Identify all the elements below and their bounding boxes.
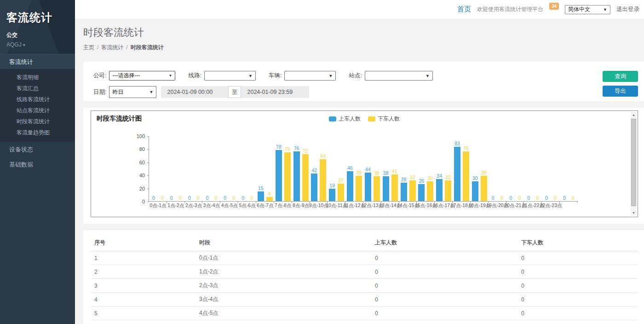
sidebar-subitem-3[interactable]: 站点客流统计 xyxy=(0,105,75,116)
table-row: 32点-3点00 xyxy=(91,279,638,293)
chevron-down-icon: ▼ xyxy=(426,74,430,78)
chart-scrollbar[interactable]: ▲ ▼ xyxy=(631,112,637,216)
bar-value-label: 32 xyxy=(445,174,451,180)
bar-group: 384113点-14点 xyxy=(381,136,399,201)
date-range: 2024-01-09 00:00 至 2024-01-09 23:59 xyxy=(161,86,309,98)
breadcrumb: 主页/客流统计/时段客流统计 xyxy=(83,44,636,52)
legend-item-1[interactable]: 下车人数 xyxy=(368,115,400,123)
bar-group: 443812点-13点 xyxy=(363,136,381,201)
date-start-input[interactable]: 2024-01-09 00:00 xyxy=(161,86,228,98)
bar: 39 xyxy=(356,176,362,201)
breadcrumb-item-0[interactable]: 主页 xyxy=(83,44,94,51)
x-axis-label: 8点-9点 xyxy=(293,202,309,209)
y-axis-tick-label: 20 xyxy=(131,186,145,191)
x-axis-label: 6点-7点 xyxy=(257,202,273,209)
bar-value-label: 0 xyxy=(224,195,226,201)
bar: 76 xyxy=(293,151,300,201)
page-heading: 时段客流统计 主页/客流统计/时段客流统计 xyxy=(75,19,644,57)
bar: 72 xyxy=(302,154,309,201)
legend-swatch-icon xyxy=(329,116,336,122)
bar: 30 xyxy=(472,181,478,201)
date-preset-value: 昨日 xyxy=(112,88,123,96)
bar: 78 xyxy=(276,150,282,201)
sidebar-item-base-data[interactable]: 基础数据 xyxy=(0,157,75,172)
bar-group: 303918点-19点 xyxy=(471,136,489,201)
bar-value-label: 0 xyxy=(179,195,182,201)
query-button[interactable]: 查询 xyxy=(603,71,638,82)
sidebar-item-device-status[interactable]: 设备状态 xyxy=(0,142,75,157)
table-cell: 0 xyxy=(518,320,638,324)
bar-value-label: 0 xyxy=(206,195,208,201)
table-cell: 0 xyxy=(518,251,638,265)
chevron-down-icon: ▼ xyxy=(248,74,253,78)
sidebar: 客流统计 公交 AQGJ▾ 客流统计 客流明细客流汇总线路客流统计站点客流统计时… xyxy=(0,0,75,324)
x-axis-label: 2点-3点 xyxy=(185,202,202,209)
table-cell: 3点-4点 xyxy=(196,293,371,307)
x-axis-label: 7点-8点 xyxy=(275,202,291,209)
bar-value-label: 19 xyxy=(329,183,335,188)
sidebar-subitem-2[interactable]: 线路客流统计 xyxy=(0,94,75,105)
chevron-down-icon: ▼ xyxy=(603,7,607,12)
bar-value-label: 0 xyxy=(161,195,164,201)
line-label: 线路: xyxy=(188,72,201,80)
home-link[interactable]: 首页 xyxy=(457,5,471,14)
sidebar-subitem-0[interactable]: 客流明细 xyxy=(0,72,75,83)
bar-value-label: 76 xyxy=(294,145,299,151)
sidebar-item-passenger-stats[interactable]: 客流统计 xyxy=(0,54,75,69)
bar-group: 463911点-12点 xyxy=(345,136,363,201)
bar-group: 0023点-24点 xyxy=(560,136,578,201)
sidebar-header: 客流统计 公交 AQGJ▾ xyxy=(0,0,75,54)
bar: 27 xyxy=(338,184,344,201)
date-range-separator: 至 xyxy=(228,86,241,98)
breadcrumb-item-1[interactable]: 客流统计 xyxy=(101,44,123,51)
x-axis-label: 5点-6点 xyxy=(239,202,255,209)
table-cell: 1 xyxy=(91,251,196,265)
table-cell: 0 xyxy=(371,265,518,279)
logout-link[interactable]: 退出登录 xyxy=(616,6,639,13)
sidebar-subitem-4[interactable]: 时段客流统计 xyxy=(0,116,75,127)
legend-label: 上车人数 xyxy=(339,115,361,123)
legend-item-0[interactable]: 上车人数 xyxy=(329,115,361,123)
station-select[interactable]: ▼ xyxy=(365,71,433,81)
bar-value-label: 0 xyxy=(188,195,191,201)
bar-group: 78757点-8点 xyxy=(274,136,292,201)
bar: 44 xyxy=(365,173,371,201)
org-switcher[interactable]: AQGJ▾ xyxy=(6,41,69,48)
scrollbar-thumb[interactable] xyxy=(631,119,636,206)
bar: 76 xyxy=(463,151,469,201)
sidebar-subitem-5[interactable]: 客流量趋势图 xyxy=(0,127,75,138)
notification-badge: 34 xyxy=(549,3,559,10)
scroll-down-icon[interactable]: ▼ xyxy=(631,210,637,216)
sidebar-subitem-1[interactable]: 客流汇总 xyxy=(0,83,75,94)
y-axis-tick-label: 40 xyxy=(131,173,145,178)
x-axis-tick-mark xyxy=(292,201,292,203)
bar: 6 xyxy=(266,197,273,201)
table-panel: 序号时段上车人数下车人数 10点-1点0021点-2点0032点-3点0043点… xyxy=(83,230,644,324)
bar-value-label: 76 xyxy=(463,145,469,151)
vehicle-select[interactable]: ▼ xyxy=(284,71,336,81)
company-select[interactable]: ---请选择--- ▼ xyxy=(109,71,175,81)
welcome-text: 欢迎使用客流统计管理平台 xyxy=(477,6,543,13)
x-axis-label: 22点-23点 xyxy=(540,202,562,209)
scroll-up-icon[interactable]: ▲ xyxy=(631,112,637,118)
line-select[interactable]: ▼ xyxy=(204,71,256,81)
bar-value-label: 0 xyxy=(518,195,521,201)
table-header-cell: 上车人数 xyxy=(371,235,518,251)
export-button[interactable]: 导出 xyxy=(603,86,638,97)
bar: 28 xyxy=(401,183,407,201)
y-axis-tick-mark xyxy=(147,189,149,189)
chevron-down-icon: ▾ xyxy=(23,42,25,47)
bar-group: 343216点-17点 xyxy=(435,136,453,201)
bar-value-label: 30 xyxy=(472,175,478,181)
date-preset-select[interactable]: 昨日 ▼ xyxy=(109,86,156,98)
bar-value-label: 0 xyxy=(242,195,244,201)
language-select[interactable]: 简体中文 ▼ xyxy=(565,5,610,14)
filter-panel: 公司: ---请选择--- ▼ 线路: ▼ 车辆: ▼ 站点: xyxy=(83,62,644,101)
table-cell: 1点-2点 xyxy=(196,265,371,279)
x-axis-label: 4点-5点 xyxy=(221,202,238,209)
bar-value-label: 34 xyxy=(437,173,442,179)
bar-value-label: 0 xyxy=(554,195,557,201)
bar: 32 xyxy=(409,180,416,201)
table-cell: 0 xyxy=(518,265,638,279)
date-end-input[interactable]: 2024-01-09 23:59 xyxy=(241,86,309,98)
